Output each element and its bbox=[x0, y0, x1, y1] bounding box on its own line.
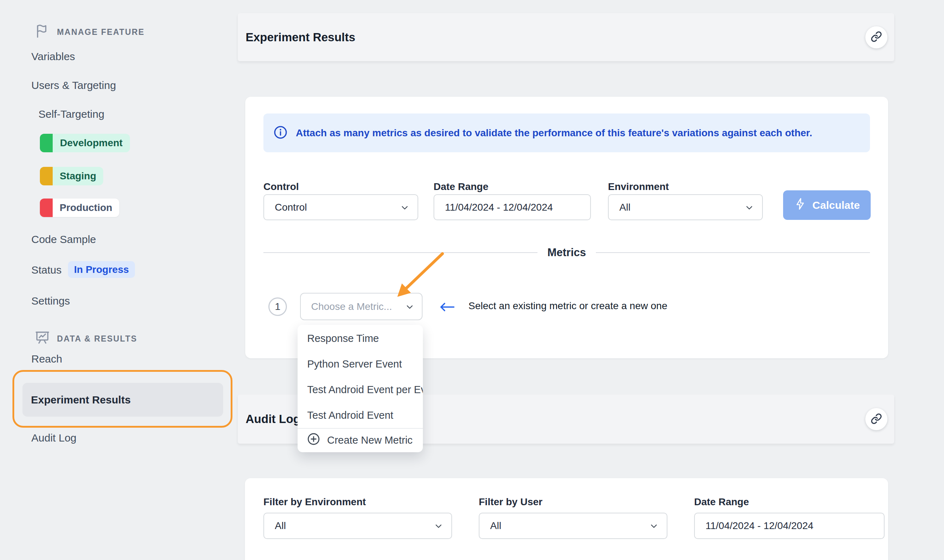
sidebar-item-experiment-results[interactable]: Experiment Results bbox=[22, 383, 223, 417]
data-results-label: DATA & RESULTS bbox=[57, 334, 137, 344]
chevron-down-icon bbox=[400, 203, 410, 214]
audit-log-card: Filter by Environment Filter by User Dat… bbox=[245, 478, 888, 560]
flag-icon bbox=[34, 23, 51, 41]
manage-feature-section: MANAGE FEATURE bbox=[34, 24, 145, 40]
filter-environment-select[interactable]: All bbox=[263, 513, 452, 539]
environment-badge-production[interactable]: Production bbox=[40, 198, 119, 217]
metric-row-number: 1 bbox=[268, 297, 287, 316]
choose-metric-placeholder: Choose a Metric... bbox=[311, 301, 392, 312]
status-badge: In Progress bbox=[68, 261, 135, 278]
control-select-value: Control bbox=[275, 202, 307, 213]
filter-user-value: All bbox=[490, 520, 501, 532]
copy-link-button[interactable] bbox=[865, 26, 887, 48]
environment-badge-label: Production bbox=[53, 198, 119, 217]
sidebar-item-audit-log[interactable]: Audit Log bbox=[31, 432, 77, 445]
audit-date-range-input[interactable]: 11/04/2024 - 12/04/2024 bbox=[694, 513, 885, 539]
environment-badge-development[interactable]: Development bbox=[40, 134, 130, 152]
divider-line bbox=[263, 252, 537, 253]
lightning-bolt-icon bbox=[794, 197, 807, 213]
environment-badge-staging[interactable]: Staging bbox=[40, 167, 103, 185]
environment-badge-label: Staging bbox=[53, 167, 103, 185]
sidebar-item-code-sample[interactable]: Code Sample bbox=[31, 233, 96, 246]
menu-item-python-server-event[interactable]: Python Server Event bbox=[297, 351, 423, 377]
audit-date-range-label: Date Range bbox=[694, 496, 749, 508]
staging-color-bar bbox=[40, 167, 53, 185]
left-arrow-icon bbox=[439, 302, 455, 314]
menu-item-test-android-event-per-ev[interactable]: Test Android Event per Ev bbox=[297, 377, 423, 402]
link-icon bbox=[871, 413, 882, 426]
metrics-divider: Metrics bbox=[263, 246, 870, 260]
metric-helper-text: Select an existing metric or create a ne… bbox=[468, 300, 667, 312]
chevron-down-icon bbox=[744, 203, 754, 214]
sidebar-item-self-targeting[interactable]: Self-Targeting bbox=[38, 108, 104, 121]
environment-label: Environment bbox=[608, 181, 669, 193]
calculate-button[interactable]: Calculate bbox=[783, 190, 871, 220]
control-label: Control bbox=[263, 181, 299, 193]
sidebar-item-status[interactable]: Status bbox=[31, 264, 62, 277]
chevron-down-icon bbox=[405, 302, 415, 314]
metrics-heading: Metrics bbox=[547, 246, 586, 259]
create-new-metric-item[interactable]: Create New Metric bbox=[297, 428, 423, 451]
control-select[interactable]: Control bbox=[263, 194, 418, 220]
chevron-down-icon bbox=[649, 521, 659, 532]
experiment-results-header-bar: Experiment Results bbox=[238, 13, 894, 61]
sidebar-item-reach[interactable]: Reach bbox=[31, 352, 62, 365]
choose-metric-dropdown[interactable]: Choose a Metric... bbox=[300, 293, 422, 320]
link-icon bbox=[871, 31, 882, 43]
sidebar-item-settings[interactable]: Settings bbox=[31, 295, 70, 308]
calculate-label: Calculate bbox=[812, 199, 859, 211]
development-color-bar bbox=[40, 134, 53, 152]
metric-dropdown-menu: Response Time Python Server Event Test A… bbox=[297, 325, 423, 452]
alert-text: Attach as many metrics as desired to val… bbox=[296, 128, 812, 139]
experiment-results-card: Attach as many metrics as desired to val… bbox=[245, 97, 888, 358]
menu-item-response-time[interactable]: Response Time bbox=[297, 326, 423, 351]
info-icon bbox=[273, 125, 288, 141]
filter-user-label: Filter by User bbox=[479, 496, 542, 508]
production-color-bar bbox=[40, 198, 53, 217]
feature-page: MANAGE FEATURE Variables Users & Targeti… bbox=[0, 0, 944, 560]
presentation-chart-icon bbox=[34, 329, 51, 348]
date-range-input[interactable]: 11/04/2024 - 12/04/2024 bbox=[434, 194, 591, 220]
date-range-label: Date Range bbox=[434, 181, 488, 193]
chevron-down-icon bbox=[434, 521, 444, 532]
sidebar-item-users-targeting[interactable]: Users & Targeting bbox=[31, 79, 116, 92]
filter-environment-label: Filter by Environment bbox=[263, 496, 366, 508]
copy-link-button[interactable] bbox=[865, 408, 887, 430]
plus-circle-icon bbox=[306, 432, 321, 449]
environment-badge-label: Development bbox=[53, 134, 130, 152]
menu-item-test-android-event[interactable]: Test Android Event bbox=[297, 402, 423, 428]
manage-feature-label: MANAGE FEATURE bbox=[57, 28, 145, 37]
data-results-section: DATA & RESULTS bbox=[34, 331, 137, 347]
filter-user-select[interactable]: All bbox=[479, 513, 667, 539]
sidebar-item-variables[interactable]: Variables bbox=[31, 50, 75, 63]
create-new-metric-label: Create New Metric bbox=[327, 434, 413, 446]
audit-log-title: Audit Log bbox=[246, 412, 300, 426]
environment-select-value: All bbox=[619, 202, 630, 213]
divider-line bbox=[596, 252, 870, 253]
audit-date-range-value: 11/04/2024 - 12/04/2024 bbox=[705, 520, 813, 532]
page-title: Experiment Results bbox=[246, 31, 355, 44]
date-range-value: 11/04/2024 - 12/04/2024 bbox=[445, 202, 553, 213]
environment-select[interactable]: All bbox=[608, 194, 763, 220]
filter-environment-value: All bbox=[275, 520, 286, 532]
info-alert: Attach as many metrics as desired to val… bbox=[263, 114, 870, 152]
